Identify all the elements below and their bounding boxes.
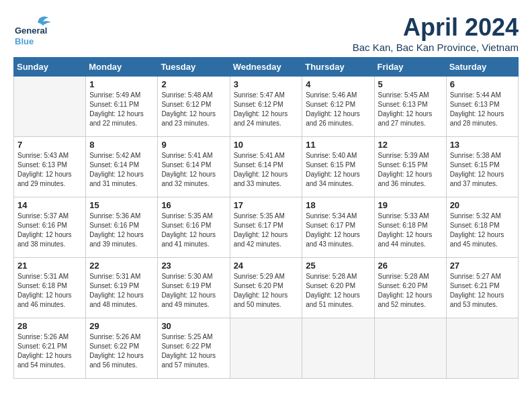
calendar-day-cell: 29Sunrise: 5:26 AM Sunset: 6:22 PM Dayli… bbox=[86, 318, 158, 379]
day-info: Sunrise: 5:26 AM Sunset: 6:22 PM Dayligh… bbox=[89, 332, 154, 370]
day-info: Sunrise: 5:32 AM Sunset: 6:18 PM Dayligh… bbox=[450, 212, 515, 249]
day-number: 17 bbox=[234, 200, 299, 210]
day-number: 6 bbox=[450, 79, 515, 89]
calendar-week-row: 21Sunrise: 5:31 AM Sunset: 6:18 PM Dayli… bbox=[14, 258, 519, 318]
day-info: Sunrise: 5:26 AM Sunset: 6:21 PM Dayligh… bbox=[17, 332, 82, 370]
weekday-header-cell: Tuesday bbox=[158, 58, 230, 77]
calendar-day-cell: 25Sunrise: 5:28 AM Sunset: 6:20 PM Dayli… bbox=[302, 258, 374, 318]
day-info: Sunrise: 5:27 AM Sunset: 6:21 PM Dayligh… bbox=[450, 272, 515, 310]
day-info: Sunrise: 5:35 AM Sunset: 6:16 PM Dayligh… bbox=[161, 212, 226, 249]
day-info: Sunrise: 5:31 AM Sunset: 6:19 PM Dayligh… bbox=[89, 272, 154, 310]
day-info: Sunrise: 5:47 AM Sunset: 6:12 PM Dayligh… bbox=[234, 91, 299, 128]
day-info: Sunrise: 5:34 AM Sunset: 6:17 PM Dayligh… bbox=[306, 212, 370, 249]
calendar-week-row: 28Sunrise: 5:26 AM Sunset: 6:21 PM Dayli… bbox=[14, 318, 519, 379]
weekday-header-cell: Sunday bbox=[14, 58, 86, 77]
day-info: Sunrise: 5:49 AM Sunset: 6:11 PM Dayligh… bbox=[89, 91, 154, 128]
day-number: 25 bbox=[306, 261, 370, 271]
day-info: Sunrise: 5:30 AM Sunset: 6:19 PM Dayligh… bbox=[161, 272, 226, 310]
day-number: 26 bbox=[378, 261, 443, 271]
calendar-day-cell: 26Sunrise: 5:28 AM Sunset: 6:20 PM Dayli… bbox=[374, 258, 446, 318]
day-info: Sunrise: 5:40 AM Sunset: 6:15 PM Dayligh… bbox=[306, 151, 370, 189]
day-number: 20 bbox=[450, 200, 515, 210]
calendar-day-cell bbox=[374, 318, 446, 379]
calendar-day-cell: 9Sunrise: 5:41 AM Sunset: 6:14 PM Daylig… bbox=[158, 137, 230, 197]
calendar-day-cell: 1Sunrise: 5:49 AM Sunset: 6:11 PM Daylig… bbox=[86, 77, 158, 137]
calendar-table: SundayMondayTuesdayWednesdayThursdayFrid… bbox=[13, 57, 519, 379]
weekday-header-cell: Friday bbox=[374, 58, 446, 77]
weekday-header-row: SundayMondayTuesdayWednesdayThursdayFrid… bbox=[14, 58, 519, 77]
day-number: 8 bbox=[89, 140, 154, 150]
day-number: 11 bbox=[306, 140, 370, 150]
day-info: Sunrise: 5:39 AM Sunset: 6:15 PM Dayligh… bbox=[378, 151, 443, 189]
weekday-header-cell: Thursday bbox=[302, 58, 374, 77]
calendar-day-cell: 8Sunrise: 5:42 AM Sunset: 6:14 PM Daylig… bbox=[86, 137, 158, 197]
calendar-week-row: 14Sunrise: 5:37 AM Sunset: 6:16 PM Dayli… bbox=[14, 197, 519, 258]
day-number: 5 bbox=[378, 79, 443, 89]
day-number: 22 bbox=[89, 261, 154, 271]
day-number: 10 bbox=[234, 140, 299, 150]
calendar-day-cell: 19Sunrise: 5:33 AM Sunset: 6:18 PM Dayli… bbox=[374, 197, 446, 258]
calendar-day-cell bbox=[302, 318, 374, 379]
day-info: Sunrise: 5:29 AM Sunset: 6:20 PM Dayligh… bbox=[234, 272, 299, 310]
calendar-day-cell: 6Sunrise: 5:44 AM Sunset: 6:13 PM Daylig… bbox=[446, 77, 518, 137]
day-number: 12 bbox=[378, 140, 443, 150]
day-info: Sunrise: 5:41 AM Sunset: 6:14 PM Dayligh… bbox=[161, 151, 226, 189]
day-info: Sunrise: 5:28 AM Sunset: 6:20 PM Dayligh… bbox=[378, 272, 443, 310]
calendar-day-cell: 17Sunrise: 5:35 AM Sunset: 6:17 PM Dayli… bbox=[230, 197, 302, 258]
day-info: Sunrise: 5:41 AM Sunset: 6:14 PM Dayligh… bbox=[234, 151, 299, 189]
calendar-day-cell: 10Sunrise: 5:41 AM Sunset: 6:14 PM Dayli… bbox=[230, 137, 302, 197]
calendar-day-cell: 11Sunrise: 5:40 AM Sunset: 6:15 PM Dayli… bbox=[302, 137, 374, 197]
calendar-day-cell: 23Sunrise: 5:30 AM Sunset: 6:19 PM Dayli… bbox=[158, 258, 230, 318]
day-number: 23 bbox=[161, 261, 226, 271]
calendar-day-cell: 22Sunrise: 5:31 AM Sunset: 6:19 PM Dayli… bbox=[86, 258, 158, 318]
day-number: 29 bbox=[89, 321, 154, 331]
day-number: 30 bbox=[161, 321, 226, 331]
day-info: Sunrise: 5:44 AM Sunset: 6:13 PM Dayligh… bbox=[450, 91, 515, 128]
weekday-header-cell: Monday bbox=[86, 58, 158, 77]
weekday-header-cell: Saturday bbox=[446, 58, 518, 77]
day-number: 14 bbox=[17, 200, 82, 210]
day-info: Sunrise: 5:35 AM Sunset: 6:17 PM Dayligh… bbox=[234, 212, 299, 249]
calendar-day-cell: 2Sunrise: 5:48 AM Sunset: 6:12 PM Daylig… bbox=[158, 77, 230, 137]
day-number: 28 bbox=[17, 321, 82, 331]
calendar-day-cell: 30Sunrise: 5:25 AM Sunset: 6:22 PM Dayli… bbox=[158, 318, 230, 379]
day-number: 24 bbox=[234, 261, 299, 271]
calendar-day-cell: 27Sunrise: 5:27 AM Sunset: 6:21 PM Dayli… bbox=[446, 258, 518, 318]
day-number: 9 bbox=[161, 140, 226, 150]
day-info: Sunrise: 5:48 AM Sunset: 6:12 PM Dayligh… bbox=[161, 91, 226, 128]
day-info: Sunrise: 5:33 AM Sunset: 6:18 PM Dayligh… bbox=[378, 212, 443, 249]
calendar-day-cell: 7Sunrise: 5:43 AM Sunset: 6:13 PM Daylig… bbox=[14, 137, 86, 197]
calendar-week-row: 1Sunrise: 5:49 AM Sunset: 6:11 PM Daylig… bbox=[14, 77, 519, 137]
calendar-day-cell bbox=[446, 318, 518, 379]
calendar-day-cell: 28Sunrise: 5:26 AM Sunset: 6:21 PM Dayli… bbox=[14, 318, 86, 379]
day-number: 16 bbox=[161, 200, 226, 210]
day-number: 4 bbox=[306, 79, 370, 89]
calendar-day-cell: 4Sunrise: 5:46 AM Sunset: 6:12 PM Daylig… bbox=[302, 77, 374, 137]
day-info: Sunrise: 5:28 AM Sunset: 6:20 PM Dayligh… bbox=[306, 272, 370, 310]
calendar-day-cell: 12Sunrise: 5:39 AM Sunset: 6:15 PM Dayli… bbox=[374, 137, 446, 197]
day-info: Sunrise: 5:46 AM Sunset: 6:12 PM Dayligh… bbox=[306, 91, 370, 128]
day-number: 13 bbox=[450, 140, 515, 150]
day-number: 1 bbox=[89, 79, 154, 89]
calendar-day-cell: 5Sunrise: 5:45 AM Sunset: 6:13 PM Daylig… bbox=[374, 77, 446, 137]
day-number: 15 bbox=[89, 200, 154, 210]
day-info: Sunrise: 5:38 AM Sunset: 6:15 PM Dayligh… bbox=[450, 151, 515, 189]
day-info: Sunrise: 5:25 AM Sunset: 6:22 PM Dayligh… bbox=[161, 332, 226, 370]
calendar-day-cell bbox=[14, 77, 86, 137]
day-info: Sunrise: 5:43 AM Sunset: 6:13 PM Dayligh… bbox=[17, 151, 82, 189]
calendar-day-cell: 16Sunrise: 5:35 AM Sunset: 6:16 PM Dayli… bbox=[158, 197, 230, 258]
calendar-day-cell: 24Sunrise: 5:29 AM Sunset: 6:20 PM Dayli… bbox=[230, 258, 302, 318]
calendar-day-cell: 13Sunrise: 5:38 AM Sunset: 6:15 PM Dayli… bbox=[446, 137, 518, 197]
day-number: 18 bbox=[306, 200, 370, 210]
location-title: Bac Kan, Bac Kan Province, Vietnam bbox=[353, 42, 519, 53]
calendar-day-cell: 15Sunrise: 5:36 AM Sunset: 6:16 PM Dayli… bbox=[86, 197, 158, 258]
calendar-day-cell bbox=[230, 318, 302, 379]
calendar-week-row: 7Sunrise: 5:43 AM Sunset: 6:13 PM Daylig… bbox=[14, 137, 519, 197]
calendar-body: 1Sunrise: 5:49 AM Sunset: 6:11 PM Daylig… bbox=[14, 77, 519, 379]
day-info: Sunrise: 5:37 AM Sunset: 6:16 PM Dayligh… bbox=[17, 212, 82, 249]
day-info: Sunrise: 5:45 AM Sunset: 6:13 PM Dayligh… bbox=[378, 91, 443, 128]
calendar-day-cell: 18Sunrise: 5:34 AM Sunset: 6:17 PM Dayli… bbox=[302, 197, 374, 258]
day-number: 27 bbox=[450, 261, 515, 271]
day-number: 21 bbox=[17, 261, 82, 271]
title-area: April 2024 Bac Kan, Bac Kan Province, Vi… bbox=[353, 13, 519, 53]
